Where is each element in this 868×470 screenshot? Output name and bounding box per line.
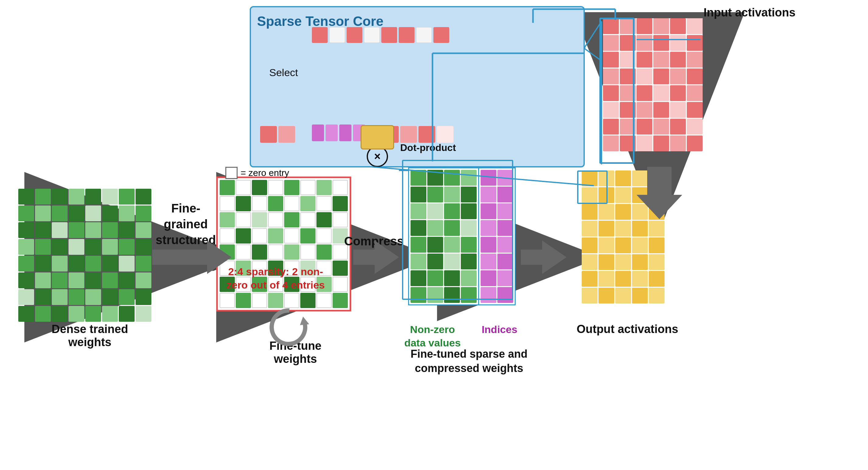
output-activations-label: Output activations	[566, 323, 688, 336]
select-label: Select	[269, 67, 298, 78]
refresh-icon	[268, 304, 311, 347]
zero-legend: = zero entry	[225, 167, 289, 179]
indices-label: Indices	[475, 323, 524, 336]
zero-entry-label: = zero entry	[241, 168, 289, 178]
compress-label: Compress	[344, 234, 404, 248]
dense-weights-grid	[18, 189, 151, 322]
svg-line-13	[585, 21, 601, 47]
stc-purple-mini	[312, 125, 365, 141]
input-activations-grid	[603, 18, 703, 151]
diagram-container: Sparse Tensor Core Select	[0, 0, 868, 470]
input-activations-label: Input activations	[704, 6, 796, 19]
compressed-idx-grid	[478, 167, 516, 305]
zero-box	[225, 167, 238, 179]
fine-tuned-label: Fine-tuned sparse andcompressed weights	[384, 347, 554, 376]
stc-box: Sparse Tensor Core Select	[250, 6, 585, 167]
output-activations-grid	[582, 170, 664, 303]
dense-weights-label: Dense trainedweights	[18, 323, 161, 349]
svg-line-10	[585, 49, 601, 61]
stc-top-cells	[312, 27, 449, 43]
dot-product-box	[361, 125, 394, 149]
svg-marker-56	[521, 240, 566, 274]
sparsity-note: 2:4 sparsity: 2 non-zero out of 4 entrie…	[213, 265, 338, 292]
fine-grained-label: Fine-grainedstructuredpruning	[152, 200, 219, 264]
dot-product-label: Dot-product	[400, 142, 456, 154]
compressed-nz-grid	[408, 167, 479, 305]
stc-left-red-row	[260, 126, 295, 143]
svg-marker-45	[300, 316, 309, 325]
non-zero-label: Non-zerodata values	[393, 323, 472, 349]
